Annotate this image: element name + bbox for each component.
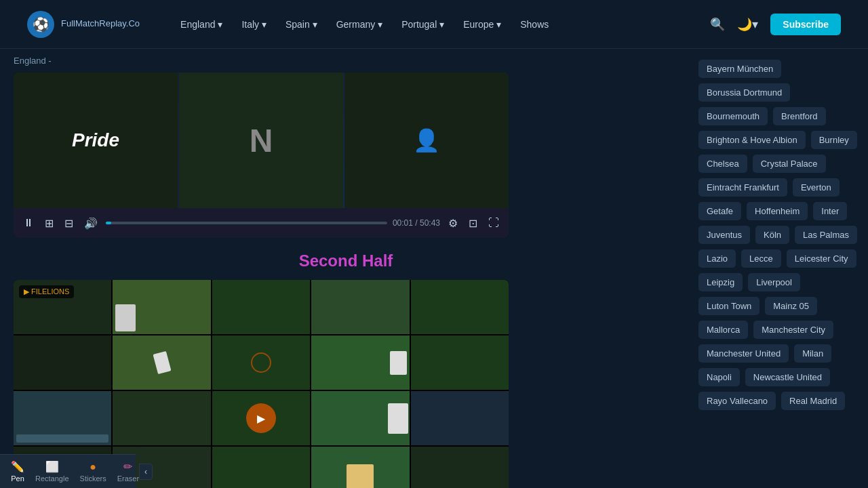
video-controls: ⏸ ⊞ ⊟ 🔊 00:01 / 50:43 ⚙ ⊡ ⛶	[14, 208, 509, 238]
video-panel-face: 👤	[344, 73, 509, 208]
sidebar-tag-mainz-05[interactable]: Mainz 05	[765, 297, 817, 315]
sidebar-tag-rayo-vallecano[interactable]: Rayo Vallecano	[698, 392, 776, 410]
sidebar-tag-inter[interactable]: Inter	[813, 202, 847, 220]
sidebar-tag-hoffenheim[interactable]: Hoffenheim	[747, 202, 808, 220]
sidebar-tag-liverpool[interactable]: Liverpool	[748, 273, 800, 291]
thumb-4[interactable]	[311, 280, 409, 334]
thumb-13[interactable]: ▶	[212, 391, 310, 445]
sidebar-tag-köln[interactable]: Köln	[755, 226, 789, 244]
logo-icon: ⚽	[27, 11, 54, 38]
search-icon[interactable]: 🔍	[710, 17, 725, 32]
sidebar-tag-brentford[interactable]: Brentford	[773, 107, 825, 125]
progress-bar[interactable]	[106, 222, 387, 224]
content-area: England - Pride N 👤 ⏸ ⊞ ⊟ 🔊 00:01 / 50	[0, 49, 692, 488]
pen-label: Pen	[11, 474, 24, 483]
time-display: 00:01 / 50:43	[393, 218, 440, 228]
sidebar-tag-crystal-palace[interactable]: Crystal Palace	[753, 155, 826, 173]
nav-europe[interactable]: Europe ▾	[463, 19, 501, 30]
nav-portugal[interactable]: Portugal ▾	[401, 19, 444, 30]
nav-right: 🔍 🌙▾ Subscribe	[710, 14, 841, 35]
thumb-11[interactable]	[14, 391, 111, 445]
fullscreen-button[interactable]: ⛶	[486, 214, 502, 232]
pip-button[interactable]: ⊟	[62, 214, 76, 232]
thumb-12[interactable]	[113, 391, 210, 445]
sidebar-tag-eintracht-frankfurt[interactable]: Eintracht Frankfurt	[698, 178, 787, 197]
thumb-10[interactable]	[411, 336, 509, 390]
sidebar-tag-leipzig[interactable]: Leipzig	[698, 273, 743, 291]
pause-button[interactable]: ⏸	[20, 214, 37, 232]
sidebar-tag-burnley[interactable]: Burnley	[811, 131, 857, 149]
sidebar-tag-everton[interactable]: Everton	[793, 178, 840, 197]
sidebar-tag-milan[interactable]: Milan	[794, 344, 831, 363]
tool-stickers[interactable]: ● Stickers	[75, 458, 112, 485]
sidebar-tag-newcastle-united[interactable]: Newcastle United	[745, 368, 830, 386]
pen-icon: ✏️	[11, 460, 24, 473]
sidebar-tag-manchester-united[interactable]: Manchester United	[698, 344, 789, 363]
thumb-19[interactable]	[311, 447, 409, 488]
layout-button[interactable]: ⊡	[466, 214, 480, 232]
thumb-9[interactable]	[311, 336, 409, 390]
sidebar-tag-leicester-city[interactable]: Leicester City	[787, 249, 856, 268]
thumb-3[interactable]	[212, 280, 310, 334]
sidebar-tag-getafe[interactable]: Getafe	[698, 202, 741, 220]
sidebar-tag-luton-town[interactable]: Luton Town	[698, 297, 760, 315]
sidebar-tag-chelsea[interactable]: Chelsea	[698, 155, 747, 173]
play-button[interactable]: ▶	[246, 403, 276, 433]
sidebar-tag-brighton-&-hove-albion[interactable]: Brighton & Hove Albion	[698, 131, 806, 149]
nav-italy[interactable]: Italy ▾	[241, 19, 267, 30]
thumb-8[interactable]	[212, 336, 310, 390]
nav-shows[interactable]: Shows	[520, 19, 549, 30]
sidebar-tag-bournemouth[interactable]: Bournemouth	[698, 107, 768, 125]
rectangle-icon: ⬜	[45, 460, 59, 473]
video-panel-pride: Pride	[14, 73, 178, 208]
nav-england[interactable]: England ▾	[180, 19, 222, 30]
nav-spain[interactable]: Spain ▾	[285, 19, 317, 30]
logo-area[interactable]: ⚽ FullMatchReplay.Co	[27, 11, 140, 38]
sidebar-tag-las-palmas[interactable]: Las Palmas	[795, 226, 857, 244]
site-name: FullMatchReplay.Co	[61, 18, 140, 30]
section-title: Second Half	[14, 251, 678, 270]
crop-button[interactable]: ⊞	[42, 214, 56, 232]
sidebar: Bayern MünchenBorussia DortmundBournemou…	[692, 49, 868, 488]
rectangle-label: Rectangle	[35, 474, 69, 483]
cursor-indicator	[251, 352, 271, 373]
thumb-14[interactable]	[311, 391, 409, 445]
thumb-15[interactable]	[411, 391, 509, 445]
sidebar-tag-real-madrid[interactable]: Real Madrid	[781, 392, 845, 410]
subscribe-button[interactable]: Subscribe	[770, 14, 841, 35]
eraser-icon: ✏	[123, 460, 132, 473]
sidebar-tag-lecce[interactable]: Lecce	[741, 249, 781, 268]
nav-germany[interactable]: Germany ▾	[336, 19, 382, 30]
tool-rectangle[interactable]: ⬜ Rectangle	[30, 458, 75, 485]
breadcrumb: England -	[14, 56, 678, 66]
navbar: ⚽ FullMatchReplay.Co England ▾ Italy ▾ S…	[0, 0, 868, 49]
sidebar-tags: Bayern MünchenBorussia DortmundBournemou…	[698, 60, 857, 410]
sidebar-tag-borussia-dortmund[interactable]: Borussia Dortmund	[698, 83, 790, 102]
sidebar-tag-manchester-city[interactable]: Manchester City	[753, 321, 833, 339]
stickers-icon: ●	[90, 461, 96, 473]
thumb-5[interactable]	[411, 280, 509, 334]
settings-button[interactable]: ⚙	[446, 214, 460, 232]
annotation-toolbar: ✏️ Pen ⬜ Rectangle ● Stickers ✏ Eraser	[0, 454, 136, 488]
video-content: Pride N 👤	[14, 73, 509, 208]
progress-fill	[106, 222, 111, 224]
volume-button[interactable]: 🔊	[81, 214, 100, 232]
sidebar-tag-napoli[interactable]: Napoli	[698, 368, 740, 386]
collapse-toolbar-button[interactable]: ‹	[139, 464, 153, 480]
main-layout: England - Pride N 👤 ⏸ ⊞ ⊟ 🔊 00:01 / 50	[0, 49, 868, 488]
thumb-7[interactable]	[113, 336, 210, 390]
sidebar-tag-juventus[interactable]: Juventus	[698, 226, 750, 244]
theme-toggle[interactable]: 🌙▾	[737, 17, 758, 32]
thumb-18[interactable]	[212, 447, 310, 488]
sidebar-tag-lazio[interactable]: Lazio	[698, 249, 736, 268]
video-frame[interactable]: Pride N 👤	[14, 73, 509, 208]
filelions-badge: ▶ FILELIONS	[19, 285, 74, 298]
sidebar-tag-mallorca[interactable]: Mallorca	[698, 321, 748, 339]
thumb-2[interactable]	[113, 280, 210, 334]
sidebar-tag-bayern-münchen[interactable]: Bayern München	[698, 60, 781, 78]
thumb-20[interactable]	[411, 447, 509, 488]
tool-pen[interactable]: ✏️ Pen	[5, 458, 30, 485]
video-player: Pride N 👤 ⏸ ⊞ ⊟ 🔊 00:01 / 50:43 ⚙ ⊡ ⛶	[14, 73, 509, 238]
thumb-6[interactable]	[14, 336, 111, 390]
eraser-label: Eraser	[117, 474, 139, 483]
